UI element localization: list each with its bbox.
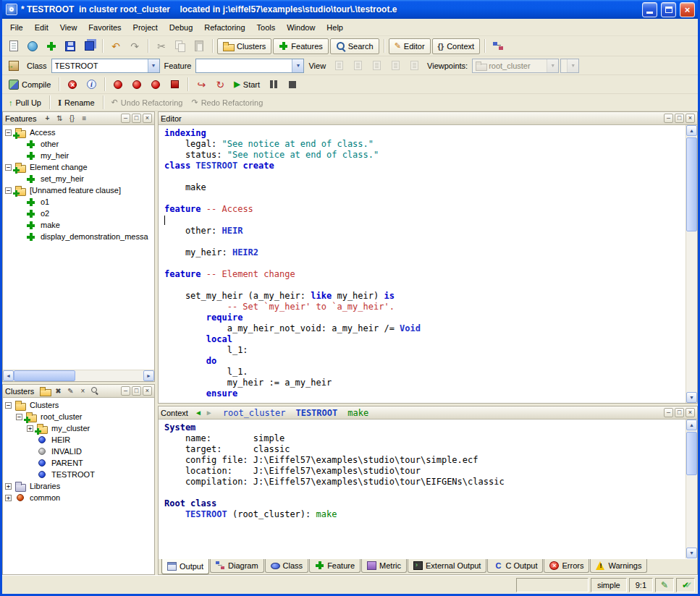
scrollbar-thumb[interactable] <box>686 432 697 475</box>
start-button[interactable]: ▶Start <box>230 77 263 93</box>
sort-features-icon[interactable]: ⇅ <box>54 114 64 124</box>
info-icon[interactable] <box>83 76 100 93</box>
paste-icon[interactable] <box>190 38 208 54</box>
tree-item-other[interactable]: other <box>3 138 154 150</box>
copy-icon[interactable] <box>172 38 189 54</box>
remove-icon[interactable]: × <box>77 386 88 396</box>
panel-close-icon[interactable]: × <box>686 114 695 123</box>
tree-item-access[interactable]: −Access <box>3 127 154 138</box>
menu-edit[interactable]: Edit <box>29 21 54 34</box>
tree-item-set-my-heir[interactable]: set_my_heir <box>3 173 154 184</box>
menu-project[interactable]: Project <box>127 21 164 34</box>
scrollbar-track[interactable] <box>686 430 697 548</box>
rename-button[interactable]: IRename <box>54 95 98 111</box>
panel-close-icon[interactable]: × <box>143 386 152 396</box>
view-interface-icon[interactable] <box>405 57 423 74</box>
panel-close-icon[interactable]: × <box>686 408 695 417</box>
tab-feature[interactable]: Feature <box>309 559 360 573</box>
view-clickable-icon[interactable] <box>349 57 366 74</box>
search-clusters-icon[interactable] <box>90 386 100 396</box>
class-combobox[interactable]: TESTROOT ▼ <box>51 59 160 73</box>
scroll-up-button[interactable]: ▲ <box>686 420 697 430</box>
panel-maximize-icon[interactable]: □ <box>132 114 141 123</box>
tree-item-o1[interactable]: o1 <box>3 196 154 208</box>
tab-external-output[interactable]: External Output <box>408 559 486 573</box>
expand-toggle-icon[interactable]: + <box>5 483 12 490</box>
breadcrumb-TESTROOT[interactable]: TESTROOT <box>295 408 337 418</box>
panel-minimize-icon[interactable]: – <box>664 408 673 417</box>
editor-code[interactable]: indexing legal: "See notice at end of cl… <box>159 125 686 403</box>
redo-icon[interactable]: ↷ <box>126 38 143 54</box>
scrollbar-thumb[interactable] <box>14 370 75 381</box>
viewpoint-variant-combobox[interactable]: ▼ <box>560 59 579 73</box>
scroll-down-button[interactable]: ▼ <box>686 548 697 558</box>
compile-button[interactable]: Compile <box>5 77 54 93</box>
delete-cluster-icon[interactable]: ✖ <box>53 386 63 396</box>
tree-item--unnamed-feature-clause-[interactable]: −[Unnamed feature clause] <box>3 184 154 196</box>
tree-item-invalid[interactable]: INVALID <box>3 446 154 457</box>
context-vertical-scrollbar[interactable]: ▲ ▼ <box>686 420 697 558</box>
features-button[interactable]: Features <box>273 38 328 54</box>
tree-item-root-cluster[interactable]: −root_cluster <box>3 411 154 422</box>
menu-tools[interactable]: Tools <box>251 21 282 34</box>
tab-output[interactable]: Output <box>161 559 209 574</box>
expand-toggle-icon[interactable]: − <box>16 414 22 420</box>
tab-warnings[interactable]: Warnings <box>590 559 647 573</box>
new-feature-icon[interactable]: + <box>42 114 52 124</box>
pause-icon[interactable] <box>265 76 282 93</box>
features-horizontal-scrollbar[interactable]: ◄ ► <box>3 370 154 381</box>
title-bar[interactable]: * TESTROOT in cluster root_cluster locat… <box>2 0 698 19</box>
menu-file[interactable]: File <box>4 21 29 34</box>
tree-item-display-demonstration-messa[interactable]: display_demonstration_messa <box>3 231 154 242</box>
view-basic-icon[interactable] <box>330 57 347 74</box>
tab-metric[interactable]: Metric <box>361 559 407 573</box>
debug-run-icon[interactable] <box>109 76 127 93</box>
tree-item-my-cluster[interactable]: +my_cluster <box>3 422 154 434</box>
braces-icon[interactable]: {} <box>67 114 77 124</box>
scrollbar-track[interactable] <box>14 370 143 381</box>
panel-maximize-icon[interactable]: □ <box>132 386 141 396</box>
expand-toggle-icon[interactable]: − <box>5 164 12 171</box>
chevron-down-icon[interactable]: ▼ <box>567 59 578 72</box>
panel-minimize-icon[interactable]: – <box>121 386 130 396</box>
tree-item-heir[interactable]: HEIR <box>3 434 154 446</box>
step-over-icon[interactable]: ↻ <box>211 76 229 93</box>
tab-c-output[interactable]: C Output <box>487 559 543 573</box>
menu-window[interactable]: Window <box>281 21 321 34</box>
menu-favorites[interactable]: Favorites <box>83 21 127 34</box>
forward-icon[interactable]: ► <box>206 409 213 417</box>
breadcrumb-root_cluster[interactable]: root_cluster <box>223 408 286 418</box>
close-button[interactable]: × <box>680 2 695 17</box>
debug-run-ignore-icon[interactable] <box>128 76 146 93</box>
edit-cluster-icon[interactable]: ✎ <box>65 386 75 396</box>
tree-item-o2[interactable]: o2 <box>3 208 154 219</box>
editor-vertical-scrollbar[interactable]: ▲ ▼ <box>686 125 697 403</box>
context-output[interactable]: System name: simple target: classic conf… <box>159 420 686 558</box>
tab-errors[interactable]: Errors <box>544 559 589 573</box>
scroll-up-button[interactable]: ▲ <box>686 125 697 136</box>
back-icon[interactable]: ◄ <box>195 409 202 417</box>
chevron-down-icon[interactable]: ▼ <box>148 59 159 72</box>
chevron-down-icon[interactable]: ▼ <box>292 59 303 72</box>
expand-toggle-icon[interactable]: + <box>27 425 33 432</box>
expand-toggle-icon[interactable]: − <box>5 129 12 136</box>
undo-refactoring-button[interactable]: ↶Undo Refactoring <box>108 95 187 111</box>
scroll-down-button[interactable]: ▼ <box>686 392 697 403</box>
viewpoints-combobox[interactable]: root_cluster ▼ <box>472 59 559 73</box>
open-icon[interactable] <box>24 38 41 54</box>
tree-item-common[interactable]: +common <box>3 492 154 503</box>
menu-help[interactable]: Help <box>321 21 349 34</box>
view-flat-icon[interactable] <box>368 57 385 74</box>
expand-toggle-icon[interactable]: − <box>5 402 12 409</box>
tree-item-clusters[interactable]: −Clusters <box>3 399 154 411</box>
step-into-icon[interactable]: ↪ <box>193 76 210 93</box>
clusters-tree[interactable]: −Clusters−root_cluster+my_clusterHEIRINV… <box>3 398 154 574</box>
panel-minimize-icon[interactable]: – <box>664 114 673 123</box>
tab-class[interactable]: Class <box>265 559 309 573</box>
context-button[interactable]: {}Context <box>432 38 480 54</box>
scrollbar-thumb[interactable] <box>686 137 697 231</box>
undo-icon[interactable]: ↶ <box>107 38 125 54</box>
menu-debug[interactable]: Debug <box>164 21 198 34</box>
debug-stop-icon[interactable] <box>166 76 183 93</box>
debug-run-stop-icon[interactable] <box>147 76 164 93</box>
